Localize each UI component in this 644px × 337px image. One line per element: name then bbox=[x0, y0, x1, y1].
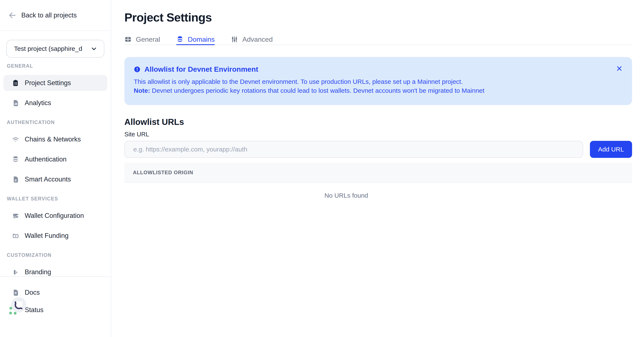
sidebar-item-label: Smart Accounts bbox=[25, 176, 71, 183]
clipboard-icon bbox=[12, 79, 19, 87]
sidebar-item-label: Docs bbox=[25, 289, 40, 296]
tab-general[interactable]: General bbox=[124, 34, 160, 45]
banner-note-label: Note: bbox=[134, 87, 150, 94]
sidebar-item-label: Analytics bbox=[25, 99, 51, 107]
sidebar-item-authentication[interactable]: Authentication bbox=[4, 151, 107, 167]
main-content: Project Settings General Domains bbox=[112, 0, 644, 337]
site-url-label: Site URL bbox=[124, 131, 632, 138]
site-url-input[interactable] bbox=[124, 141, 583, 158]
empty-state-text: No URLs found bbox=[124, 183, 632, 199]
back-to-projects-link[interactable]: Back to all projects bbox=[0, 0, 111, 31]
sidebar: Back to all projects Test project (sapph… bbox=[0, 0, 111, 337]
banner-body: This allowlist is only applicable to the… bbox=[134, 77, 623, 95]
sidebar-footer: Docs Status bbox=[0, 276, 111, 337]
site-url-row: Add URL bbox=[124, 141, 632, 158]
sidebar-item-smart-accounts[interactable]: Smart Accounts bbox=[4, 171, 107, 187]
tab-label: General bbox=[136, 35, 160, 43]
sidebar-nav: GENERAL Project Settings bbox=[0, 58, 111, 276]
wallet-gear-icon bbox=[12, 212, 19, 219]
document-icon bbox=[12, 176, 19, 183]
allowlist-table: ALLOWLISTED ORIGIN No URLs found bbox=[124, 163, 632, 199]
project-selector-value: Test project (sapphire_d bbox=[14, 45, 82, 52]
analytics-icon bbox=[12, 99, 19, 107]
sidebar-item-analytics[interactable]: Analytics bbox=[4, 95, 107, 111]
grid-icon bbox=[124, 36, 132, 43]
tab-label: Advanced bbox=[242, 35, 272, 43]
branding-icon bbox=[12, 269, 19, 276]
chevron-down-icon bbox=[90, 45, 98, 52]
back-link-label: Back to all projects bbox=[21, 11, 77, 19]
section-label-wallet-services: WALLET SERVICES bbox=[4, 196, 107, 202]
banner-line2: Note: Devnet undergoes periodic key rota… bbox=[134, 86, 623, 95]
docs-icon bbox=[12, 289, 19, 296]
banner-line1: This allowlist is only applicable to the… bbox=[134, 77, 623, 86]
database-icon bbox=[176, 36, 184, 43]
sidebar-item-label: Wallet Configuration bbox=[25, 212, 84, 220]
banner-note-text: Devnet undergoes periodic key rotations … bbox=[150, 87, 484, 94]
sidebar-item-project-settings[interactable]: Project Settings bbox=[4, 75, 107, 91]
card-icon bbox=[12, 232, 19, 239]
sidebar-item-label: Authentication bbox=[25, 156, 66, 163]
arrow-left-icon bbox=[8, 12, 16, 19]
allowlist-heading: Allowlist URLs bbox=[124, 117, 632, 127]
sidebar-item-label: Wallet Funding bbox=[25, 232, 68, 240]
sidebar-item-label: Chains & Networks bbox=[25, 135, 81, 143]
cookie-consent-widget[interactable] bbox=[5, 302, 22, 319]
add-url-button[interactable]: Add URL bbox=[590, 141, 632, 158]
section-label-customization: CUSTOMIZATION bbox=[4, 252, 107, 258]
sidebar-item-wallet-funding[interactable]: Wallet Funding bbox=[4, 228, 107, 244]
table-header-row: ALLOWLISTED ORIGIN bbox=[124, 163, 632, 183]
sidebar-item-wallet-configuration[interactable]: Wallet Configuration bbox=[4, 208, 107, 224]
banner-title: Allowlist for Devnet Environment bbox=[144, 65, 258, 73]
section-label-authentication: AUTHENTICATION bbox=[4, 120, 107, 125]
project-selector-dropdown[interactable]: Test project (sapphire_d bbox=[6, 40, 104, 58]
tab-label: Domains bbox=[188, 35, 215, 43]
tab-advanced[interactable]: Advanced bbox=[231, 34, 272, 45]
database-icon bbox=[12, 156, 19, 163]
sidebar-item-branding[interactable]: Branding bbox=[4, 264, 107, 276]
sidebar-item-label: Branding bbox=[25, 268, 51, 276]
sidebar-item-label: Status bbox=[25, 306, 44, 314]
tab-domains[interactable]: Domains bbox=[176, 34, 215, 45]
sidebar-item-label: Project Settings bbox=[25, 79, 71, 87]
devnet-allowlist-banner: Allowlist for Devnet Environment This al… bbox=[124, 57, 632, 105]
table-header-allowlisted-origin: ALLOWLISTED ORIGIN bbox=[133, 170, 193, 176]
tab-bar: General Domains Advanced bbox=[124, 34, 632, 45]
close-icon[interactable] bbox=[615, 64, 624, 73]
sliders-icon bbox=[231, 36, 238, 43]
wifi-icon bbox=[12, 136, 19, 143]
section-label-general: GENERAL bbox=[4, 63, 107, 69]
page-title: Project Settings bbox=[124, 10, 632, 25]
sidebar-item-chains-networks[interactable]: Chains & Networks bbox=[4, 131, 107, 147]
info-circle-icon bbox=[134, 66, 140, 73]
